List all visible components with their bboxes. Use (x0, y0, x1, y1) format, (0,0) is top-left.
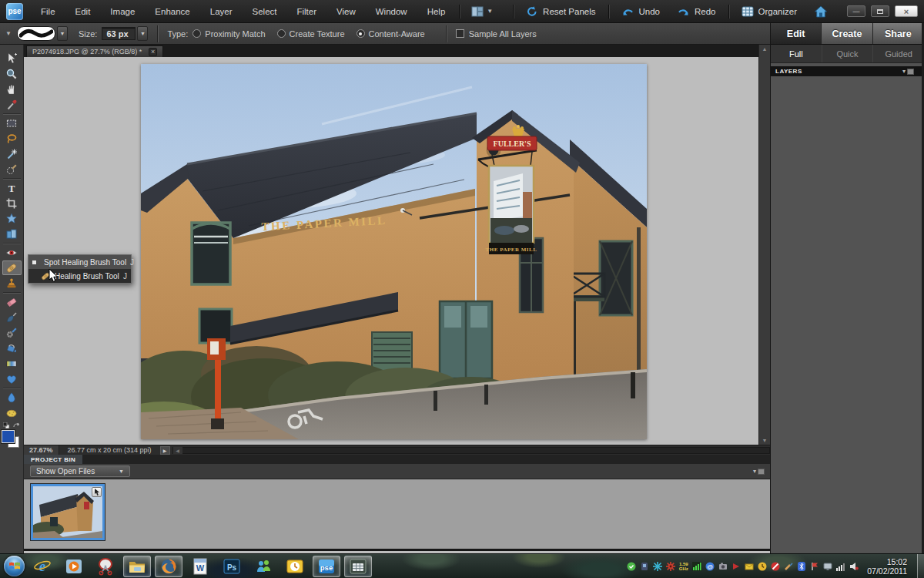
blur-tool[interactable] (2, 390, 22, 405)
taskbar-outlook[interactable] (281, 556, 309, 577)
tray-display-icon[interactable] (822, 561, 832, 571)
photo-paper-mill-pub[interactable]: THE PAPER MILL (141, 64, 647, 439)
restore-button[interactable] (871, 5, 889, 17)
magic-wand-tool[interactable] (2, 146, 22, 161)
tray-at-icon[interactable]: @ (705, 561, 715, 571)
size-value[interactable]: 63 px (102, 27, 136, 40)
tray-sync-icon[interactable] (652, 561, 662, 571)
taskbar-clock[interactable]: 15:02 07/02/2011 (867, 557, 907, 576)
tray-clock-icon[interactable] (757, 561, 767, 571)
menu-window[interactable]: Window (366, 0, 417, 23)
project-bin-tab[interactable]: PROJECT BIN (24, 455, 82, 464)
radio-content-aware[interactable]: Content-Aware (357, 29, 425, 39)
shape-tool[interactable] (2, 371, 22, 386)
menu-filter[interactable]: Filter (286, 0, 326, 23)
taskbar-word[interactable]: W (186, 556, 214, 577)
start-button[interactable] (4, 556, 25, 576)
flyout-item-healing-brush[interactable]: Healing Brush Tool J (28, 269, 131, 283)
smart-brush-tool[interactable] (2, 325, 22, 340)
spot-healing-brush-tool[interactable] (2, 260, 22, 275)
swap-colors-icon[interactable] (13, 422, 20, 428)
tray-settings-icon[interactable] (665, 561, 675, 571)
document-tab[interactable]: P2074918.JPG @ 27.7% (RGB/8) * × (26, 45, 163, 57)
taskbar-elements-organizer[interactable] (344, 556, 372, 577)
default-colors-icon[interactable] (3, 422, 10, 428)
close-tab-icon[interactable]: × (149, 48, 157, 56)
taskbar-media-player[interactable] (60, 556, 88, 577)
tray-network-signal-icon[interactable] (835, 561, 845, 571)
show-desktop-button[interactable] (917, 554, 924, 578)
organizer-button[interactable]: Organizer (733, 0, 806, 23)
tab-create[interactable]: Create (822, 23, 872, 44)
tray-alert-icon[interactable] (731, 561, 741, 571)
layers-panel-menu-icon[interactable]: ▾ (902, 68, 914, 75)
sample-all-layers-checkbox[interactable]: Sample All Layers (456, 29, 537, 39)
hand-tool[interactable] (2, 82, 22, 96)
lasso-tool[interactable] (2, 131, 22, 146)
move-tool[interactable] (2, 51, 22, 66)
tray-blocked-icon[interactable] (770, 561, 780, 571)
eyedropper-tool[interactable] (2, 97, 22, 112)
zoom-level-field[interactable]: 27.67% (24, 445, 59, 455)
rectangular-marquee-tool[interactable] (2, 116, 22, 130)
tray-device-icon[interactable] (639, 561, 649, 571)
taskbar-photoshop-elements[interactable]: pse (313, 556, 340, 577)
taskbar-snipping-tool[interactable] (92, 556, 119, 577)
brush-stroke-preview[interactable] (17, 26, 55, 41)
recompose-tool[interactable] (2, 227, 22, 241)
radio-proximity-match[interactable]: Proximity Match (192, 29, 265, 39)
type-tool[interactable]: T (2, 180, 22, 195)
tab-edit[interactable]: Edit (771, 23, 822, 44)
tray-equalizer-icon[interactable] (691, 561, 701, 571)
minimize-button[interactable]: — (847, 5, 865, 17)
tray-update-icon[interactable] (626, 561, 636, 571)
red-eye-removal-tool[interactable] (2, 245, 22, 260)
menu-edit[interactable]: Edit (65, 0, 101, 23)
show-open-files-dropdown[interactable]: Show Open Files▼ (30, 465, 130, 477)
clone-stamp-tool[interactable] (2, 276, 22, 291)
horizontal-scrollbar[interactable]: ◀ (172, 447, 770, 454)
sponge-tool[interactable] (2, 405, 22, 420)
bin-panel-menu-icon[interactable]: ▾ (753, 468, 765, 475)
brush-picker-dropdown[interactable]: ▼ (57, 26, 68, 41)
zoom-tool[interactable] (2, 66, 22, 81)
tray-bluetooth-icon[interactable] (796, 561, 806, 571)
mode-guided[interactable]: Guided (873, 45, 924, 62)
vertical-scrollbar[interactable]: ▲▼ (758, 45, 770, 445)
scroll-down-icon[interactable]: ▼ (762, 438, 768, 443)
tray-cpu-frequency[interactable]: 1.59GHz (678, 561, 688, 571)
quick-selection-tool[interactable] (2, 162, 22, 176)
status-expand-icon[interactable]: ▶ (160, 446, 170, 455)
tool-options-collapse-icon[interactable]: ▼ (5, 30, 12, 37)
brush-tool[interactable] (2, 310, 22, 324)
menu-enhance[interactable]: Enhance (145, 0, 199, 23)
radio-create-texture[interactable]: Create Texture (277, 29, 345, 39)
size-dropdown[interactable]: ▼ (137, 26, 148, 41)
paint-bucket-tool[interactable] (2, 341, 22, 355)
foreground-color-swatch[interactable] (2, 430, 15, 443)
tray-flag-icon[interactable] (809, 561, 819, 571)
cookie-cutter-tool[interactable] (2, 211, 22, 226)
mode-full[interactable]: Full (771, 45, 822, 62)
reset-panels-button[interactable]: Reset Panels (517, 0, 604, 23)
scroll-up-icon[interactable]: ▲ (762, 46, 768, 52)
flyout-item-spot-healing[interactable]: Spot Healing Brush Tool J (28, 255, 131, 269)
close-button[interactable]: × (895, 5, 918, 17)
undo-button[interactable]: Undo (613, 0, 669, 23)
tab-share[interactable]: Share (873, 23, 924, 44)
canvas-area[interactable]: THE PAPER MILL (24, 57, 758, 445)
menu-image[interactable]: Image (100, 0, 145, 23)
taskbar-internet-explorer[interactable]: e (28, 556, 56, 577)
arrange-documents-button[interactable]: ▼ (464, 6, 500, 17)
crop-tool[interactable] (2, 196, 22, 210)
taskbar-windows-explorer[interactable] (123, 556, 151, 577)
menu-view[interactable]: View (326, 0, 366, 23)
open-file-thumbnail[interactable] (31, 484, 105, 540)
mode-quick[interactable]: Quick (822, 45, 874, 62)
tray-paint-icon[interactable] (783, 561, 793, 571)
tray-camera-icon[interactable] (718, 561, 728, 571)
eraser-tool[interactable] (2, 294, 22, 309)
gradient-tool[interactable] (2, 356, 22, 371)
tray-volume-mute-icon[interactable] (849, 561, 859, 571)
taskbar-photoshop[interactable]: Ps (218, 556, 246, 577)
